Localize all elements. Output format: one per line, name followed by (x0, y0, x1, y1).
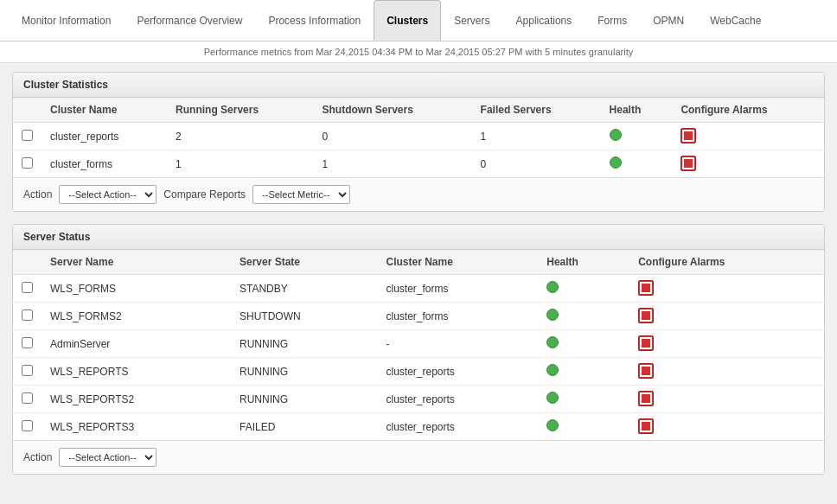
row-checkbox[interactable] (13, 386, 42, 413)
server-name-cell: WLS_REPORTS (42, 358, 231, 386)
health-indicator (546, 392, 559, 404)
shutdown-servers-cell: 1 (314, 150, 472, 178)
server-name-cell: WLS_REPORTS2 (42, 386, 231, 413)
health-cell (601, 150, 673, 178)
health-cell (538, 303, 629, 330)
health-cell (538, 358, 629, 386)
col-header-running-servers: Running Servers (167, 98, 313, 123)
health-cell (538, 275, 629, 303)
tab-opmn[interactable]: OPMN (640, 0, 697, 41)
tab-performance-overview[interactable]: Performance Overview (124, 0, 255, 41)
tab-applications[interactable]: Applications (503, 0, 585, 41)
table-row: cluster_reports 2 0 1 (13, 123, 824, 150)
server-state-cell: SHUTDOWN (231, 303, 377, 330)
row-checkbox[interactable] (13, 123, 42, 150)
alarm-icon[interactable] (638, 280, 654, 296)
health-cell (538, 330, 629, 358)
configure-alarms-cell[interactable] (629, 330, 824, 358)
tab-webcache[interactable]: WebCache (697, 0, 774, 41)
metrics-bar: Performance metrics from Mar 24,2015 04:… (0, 41, 837, 63)
alarm-icon[interactable] (680, 156, 696, 171)
server-status-panel: Server Status Server Name Server State C… (12, 224, 825, 475)
table-row: AdminServer RUNNING - (13, 330, 824, 358)
cluster-name-cell: cluster_reports (42, 123, 167, 150)
health-indicator (610, 129, 622, 141)
metrics-text: Performance metrics from Mar 24,2015 04:… (204, 47, 633, 57)
row-checkbox[interactable] (13, 413, 42, 441)
col-header-configure-alarms: Configure Alarms (672, 98, 824, 123)
server-state-cell: STANDBY (231, 275, 377, 303)
alarm-icon[interactable] (638, 363, 654, 379)
compare-reports-label: Compare Reports (163, 188, 246, 201)
configure-alarms-cell[interactable] (629, 275, 824, 303)
configure-alarms-cell[interactable] (629, 413, 824, 441)
server-status-table: Server Name Server State Cluster Name He… (13, 250, 824, 440)
alarm-icon[interactable] (638, 308, 654, 323)
failed-servers-cell: 1 (472, 123, 601, 150)
configure-alarms-cell[interactable] (672, 150, 824, 178)
configure-alarms-cell[interactable] (629, 386, 824, 413)
row-checkbox[interactable] (13, 358, 42, 386)
nav-bar: Monitor Information Performance Overview… (0, 0, 837, 41)
configure-alarms-cell[interactable] (629, 303, 824, 330)
health-indicator (546, 336, 559, 348)
alarm-icon[interactable] (638, 418, 654, 434)
tab-forms[interactable]: Forms (585, 0, 640, 41)
server-action-bar: Action --Select Action-- (13, 440, 824, 474)
health-cell (601, 123, 673, 150)
server-state-cell: RUNNING (231, 386, 377, 413)
cluster-name-cell: cluster_reports (377, 386, 538, 413)
cluster-action-select[interactable]: --Select Action-- (59, 185, 157, 204)
configure-alarms-cell[interactable] (672, 123, 824, 150)
col-header-server-name: Server Name (42, 250, 231, 275)
running-servers-cell: 2 (167, 123, 313, 150)
alarm-icon[interactable] (638, 335, 654, 351)
cluster-statistics-table: Cluster Name Running Servers Shutdown Se… (13, 98, 824, 177)
col-header-cluster-name: Cluster Name (42, 98, 167, 123)
col-header-health-ss: Health (538, 250, 629, 275)
table-row: cluster_forms 1 1 0 (13, 150, 824, 178)
tab-monitor-information[interactable]: Monitor Information (9, 0, 124, 41)
tab-process-information[interactable]: Process Information (255, 0, 374, 41)
col-header-checkbox (13, 98, 42, 123)
health-cell (538, 386, 629, 413)
server-name-cell: WLS_FORMS2 (42, 303, 231, 330)
cluster-name-cell: cluster_forms (377, 275, 538, 303)
col-header-failed-servers: Failed Servers (472, 98, 601, 123)
cluster-name-cell: cluster_forms (42, 150, 167, 178)
health-indicator (610, 156, 622, 169)
row-checkbox[interactable] (13, 150, 42, 178)
col-header-cluster-name-ss: Cluster Name (377, 250, 538, 275)
table-row: WLS_REPORTS RUNNING cluster_reports (13, 358, 824, 386)
cluster-name-cell: cluster_reports (377, 413, 538, 441)
server-state-cell: FAILED (231, 413, 377, 441)
alarm-icon[interactable] (638, 391, 654, 406)
running-servers-cell: 1 (167, 150, 313, 178)
table-row: WLS_REPORTS2 RUNNING cluster_reports (13, 386, 824, 413)
table-row: WLS_REPORTS3 FAILED cluster_reports (13, 413, 824, 441)
row-checkbox[interactable] (13, 330, 42, 358)
row-checkbox[interactable] (13, 303, 42, 330)
health-indicator (546, 281, 559, 293)
cluster-name-cell: cluster_reports (377, 358, 538, 386)
health-indicator (546, 309, 559, 321)
server-status-header: Server Status (13, 225, 824, 250)
col-header-shutdown-servers: Shutdown Servers (314, 98, 472, 123)
tab-servers[interactable]: Servers (441, 0, 502, 41)
alarm-icon[interactable] (680, 128, 696, 144)
col-header-server-state: Server State (231, 250, 377, 275)
cluster-statistics-header: Cluster Statistics (13, 73, 824, 98)
failed-servers-cell: 0 (472, 150, 601, 178)
compare-metric-select[interactable]: --Select Metric-- (252, 185, 350, 204)
cluster-name-cell: - (377, 330, 538, 358)
server-name-cell: WLS_REPORTS3 (42, 413, 231, 441)
configure-alarms-cell[interactable] (629, 358, 824, 386)
server-name-cell: AdminServer (42, 330, 231, 358)
cluster-name-cell: cluster_forms (377, 303, 538, 330)
tab-clusters[interactable]: Clusters (374, 0, 441, 41)
col-header-checkbox-ss (13, 250, 42, 275)
health-cell (538, 413, 629, 441)
col-header-configure-alarms-ss: Configure Alarms (629, 250, 824, 275)
row-checkbox[interactable] (13, 275, 42, 303)
server-action-select[interactable]: --Select Action-- (59, 448, 157, 467)
